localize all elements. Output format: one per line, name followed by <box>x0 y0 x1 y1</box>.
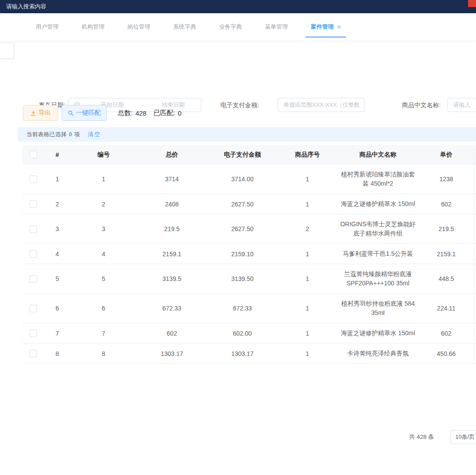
tab-item-6[interactable]: 案件管理× <box>299 13 352 41</box>
cell-unit-price: 448.5 <box>419 264 474 293</box>
row-checkbox[interactable] <box>30 275 37 283</box>
cell-epay: 3714.00 <box>207 165 278 194</box>
match-stats: 总数: 428 已匹配: 0 <box>118 105 189 121</box>
cell-unit-price: 602 <box>419 323 474 343</box>
tab-label: 菜单管理 <box>265 23 288 31</box>
cell-index: 5 <box>44 264 71 293</box>
cell-index: 4 <box>44 244 71 264</box>
tab-item-2[interactable]: 岗位管理 <box>116 13 162 41</box>
cell-epay: 1303.17 <box>207 344 278 363</box>
cell-index: 7 <box>44 323 71 343</box>
row-checkbox-cell <box>22 165 44 194</box>
row-checkbox[interactable] <box>30 200 37 208</box>
cell-edge <box>474 194 476 214</box>
cell-total: 219.5 <box>137 214 207 243</box>
top-navbar: 请输入搜索内容 <box>0 0 476 13</box>
cell-unit-price: 224.11 <box>419 294 474 323</box>
col-header-code: 编号 <box>71 145 137 164</box>
cell-edge <box>474 344 476 363</box>
row-checkbox-cell <box>22 194 44 214</box>
cell-seq: 1 <box>278 323 337 343</box>
download-icon <box>30 110 36 116</box>
cell-product-name: 植村秀羽纱持妆粉底液 584 35ml <box>337 294 419 323</box>
total-value: 428 <box>135 109 146 117</box>
cell-seq: 2 <box>278 214 337 243</box>
tab-item-0[interactable]: 用户管理 <box>24 13 70 41</box>
cell-code: 7 <box>71 323 137 343</box>
row-checkbox[interactable] <box>30 176 37 183</box>
tab-item-3[interactable]: 系统字典 <box>162 13 208 41</box>
cell-seq: 1 <box>278 344 337 363</box>
col-header-edge <box>474 145 476 164</box>
cell-index: 8 <box>44 344 71 363</box>
tab-label: 用户管理 <box>36 23 59 31</box>
cell-edge <box>474 244 476 264</box>
cell-product-name: 卡诗菁纯亮泽经典香氛 <box>337 344 419 363</box>
selection-info-bar: 当前表格已选择 0 项 清空 <box>18 127 476 142</box>
tab-label: 业务字典 <box>219 23 242 31</box>
col-header-unit: 单价 <box>419 145 474 164</box>
cell-code: 2 <box>71 194 137 214</box>
epay-filter-label: 电子支付金额: <box>220 101 259 109</box>
cell-product-name: 海蓝之谜修护精萃水 150ml <box>337 323 419 343</box>
product-name-filter-input[interactable]: 请输入 <box>447 98 476 112</box>
cell-epay: 3139.50 <box>207 264 278 293</box>
pagination-total-text: 共 428 条 <box>409 433 434 441</box>
cell-code: 6 <box>71 294 137 323</box>
col-header-seq: 商品序号 <box>278 145 337 164</box>
page-size-select[interactable]: 10条/页 <box>450 430 476 444</box>
export-button[interactable]: 导出 <box>23 105 58 121</box>
tab-item-1[interactable]: 机构管理 <box>70 13 116 41</box>
cell-epay: 2627.50 <box>207 194 278 214</box>
tab-label: 系统字典 <box>173 23 196 31</box>
cell-code: 4 <box>71 244 137 264</box>
cell-code: 3 <box>71 214 137 243</box>
row-checkbox[interactable] <box>30 305 37 312</box>
select-all-checkbox[interactable] <box>30 151 37 158</box>
cell-total: 3139.5 <box>137 264 207 293</box>
app-screen: 请输入搜索内容 用户管理机构管理岗位管理系统字典业务字典菜单管理案件管理× 离岛… <box>0 0 476 475</box>
row-checkbox[interactable] <box>30 329 37 337</box>
row-checkbox[interactable] <box>30 225 37 233</box>
tab-bar-items: 用户管理机构管理岗位管理系统字典业务字典菜单管理案件管理× <box>0 13 476 41</box>
one-click-match-button[interactable]: 一键匹配 <box>62 105 107 121</box>
col-header-index: # <box>44 145 71 164</box>
row-checkbox[interactable] <box>30 250 37 258</box>
cell-unit-price: 2159.1 <box>419 244 474 264</box>
cell-total: 602 <box>137 323 207 343</box>
tab-label: 岗位管理 <box>127 23 150 31</box>
table-row: 553139.53139.501兰蔻菁纯臻颜精华粉底液SPF20PA+++100… <box>22 264 476 294</box>
cell-seq: 1 <box>278 165 337 194</box>
cell-total: 672.33 <box>137 294 207 323</box>
table-row: 66672.33672.331植村秀羽纱持妆粉底液 584 35ml224.11 <box>22 294 476 323</box>
matched-value: 0 <box>178 109 181 117</box>
tab-item-4[interactable]: 业务字典 <box>208 13 253 41</box>
cell-seq: 1 <box>278 294 337 323</box>
col-header-total: 总价 <box>137 145 207 164</box>
topbar-red-badge <box>468 0 476 7</box>
cell-seq: 1 <box>278 244 337 264</box>
global-search-input[interactable]: 请输入搜索内容 <box>6 0 46 13</box>
cell-index: 6 <box>44 294 71 323</box>
cell-total: 3714 <box>137 165 207 194</box>
row-checkbox-cell <box>22 344 44 363</box>
cell-epay: 2159.10 <box>207 244 278 264</box>
row-checkbox-cell <box>22 214 44 243</box>
table-row: 33219.52627.502ORIGINS韦博士灵芝焕能好底子精华水两件组21… <box>22 214 476 244</box>
matched-label: 已匹配: <box>153 109 175 117</box>
selection-count: 0 <box>69 131 72 138</box>
cell-unit-price: 1238 <box>419 165 474 194</box>
cell-edge <box>474 323 476 343</box>
cell-product-name: ORIGINS韦博士灵芝焕能好底子精华水两件组 <box>337 214 419 243</box>
tab-close-icon[interactable]: × <box>337 24 341 30</box>
tab-item-5[interactable]: 菜单管理 <box>253 13 299 41</box>
clear-selection-link[interactable]: 清空 <box>88 131 101 138</box>
cell-total: 2159.1 <box>137 244 207 264</box>
cell-code: 8 <box>71 344 137 363</box>
row-checkbox[interactable] <box>30 350 37 357</box>
cell-edge <box>474 214 476 243</box>
cell-total: 2408 <box>137 194 207 214</box>
table-row: 77602602.001海蓝之谜修护精萃水 150ml602 <box>22 323 476 344</box>
filter-bar: 离岛日期: 开始日期 - 结束日期 电子支付金额: 单值或范围XXX-XXX（仅… <box>0 42 476 77</box>
epay-filter-input[interactable]: 单值或范围XXX-XXX（仅整数 <box>278 98 364 112</box>
